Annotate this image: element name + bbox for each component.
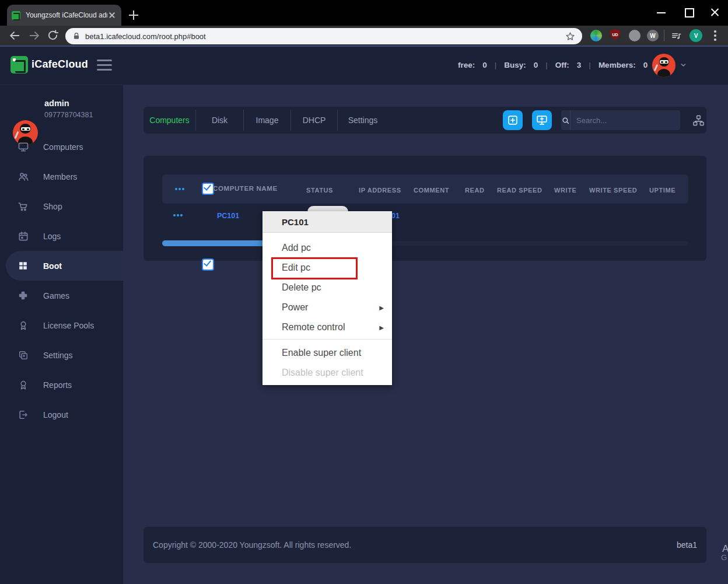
report-badge-icon bbox=[18, 379, 29, 391]
col-comment[interactable]: COMMENT bbox=[414, 187, 449, 194]
col-computer-name[interactable]: COMPUTER NAME bbox=[213, 185, 278, 192]
stat-free-label: free: bbox=[458, 61, 475, 69]
browser-profile-avatar[interactable]: V bbox=[690, 29, 702, 42]
col-read[interactable]: READ bbox=[465, 187, 485, 194]
back-button[interactable] bbox=[8, 29, 21, 42]
col-ip-address[interactable]: IP ADDRESS bbox=[359, 187, 401, 194]
media-playlist-icon[interactable] bbox=[671, 31, 682, 42]
copyright-text: Copyright © 2000-2020 Youngzsoft. All ri… bbox=[153, 540, 351, 550]
sidebar-item-reports[interactable]: Reports bbox=[0, 370, 123, 400]
brand-name: iCafeCloud bbox=[32, 58, 88, 71]
forward-button[interactable] bbox=[28, 29, 41, 42]
window-maximize-button[interactable] bbox=[683, 7, 695, 18]
bookmark-star-icon[interactable] bbox=[565, 32, 575, 41]
logout-icon bbox=[18, 409, 29, 421]
extension-wikipedia-icon[interactable]: W bbox=[647, 30, 659, 41]
url-text: beta1.icafecloud.com/root.php#boot bbox=[85, 32, 565, 41]
badge-icon bbox=[18, 320, 29, 331]
menu-separator bbox=[262, 339, 392, 340]
search-box bbox=[561, 110, 680, 130]
browser-menu-icon[interactable] bbox=[714, 30, 716, 41]
menu-item-disable-super-client: Disable super client bbox=[262, 363, 392, 383]
members-icon bbox=[18, 171, 29, 183]
sidebar-item-boot[interactable]: Boot bbox=[6, 251, 123, 281]
menu-item-remote-control[interactable]: Remote control▶ bbox=[262, 317, 392, 337]
col-write-speed[interactable]: WRITE SPEED bbox=[589, 187, 637, 194]
browser-titlebar: Youngzsoft iCafeCloud admin bbox=[0, 0, 728, 26]
sidebar-item-members[interactable]: Members bbox=[0, 162, 123, 191]
search-icon[interactable] bbox=[561, 110, 570, 130]
tab-computers[interactable]: Computers bbox=[144, 110, 196, 131]
tab-title: Youngzsoft iCafeCloud admin bbox=[26, 11, 107, 19]
browser-tab[interactable]: Youngzsoft iCafeCloud admin bbox=[7, 5, 121, 26]
admin-name: admin bbox=[44, 99, 69, 108]
plus-square-icon bbox=[506, 114, 519, 127]
computer-name-cell[interactable]: PC101 bbox=[217, 212, 239, 220]
col-read-speed[interactable]: READ SPEED bbox=[497, 187, 542, 194]
stat-busy-value: 0 bbox=[534, 61, 538, 69]
sidebar-item-logout[interactable]: Logout bbox=[0, 400, 123, 429]
context-menu-title: PC101 bbox=[262, 211, 392, 233]
stat-members-value: 0 bbox=[643, 61, 648, 69]
stat-busy-label: Busy: bbox=[504, 61, 526, 69]
stat-off-label: Off: bbox=[555, 61, 569, 69]
page-footer: Copyright © 2000-2020 Youngzsoft. All ri… bbox=[144, 527, 706, 563]
url-bar[interactable]: beta1.icafecloud.com/root.php#boot bbox=[65, 28, 582, 44]
search-input[interactable] bbox=[570, 116, 685, 125]
add-button[interactable] bbox=[503, 110, 523, 130]
beta-badge: beta1 bbox=[677, 540, 697, 550]
tab-settings[interactable]: Settings bbox=[338, 110, 388, 131]
sidebar-item-license-pools[interactable]: License Pools bbox=[0, 310, 123, 340]
sidebar-item-games[interactable]: Games bbox=[0, 281, 123, 310]
sidebar-item-settings[interactable]: Settings bbox=[0, 340, 123, 370]
user-avatar[interactable] bbox=[652, 54, 676, 77]
tab-close-icon[interactable] bbox=[107, 11, 117, 20]
monitor-icon bbox=[18, 141, 29, 153]
row-actions-icon[interactable] bbox=[173, 214, 183, 216]
hamburger-menu-icon[interactable] bbox=[97, 60, 112, 71]
col-status[interactable]: STATUS bbox=[306, 187, 333, 194]
menu-item-enable-super-client[interactable]: Enable super client bbox=[262, 343, 392, 363]
tab-disk[interactable]: Disk bbox=[196, 110, 244, 131]
sidebar-item-logs[interactable]: Logs bbox=[0, 221, 123, 251]
reload-button[interactable] bbox=[47, 29, 59, 41]
table-header-row: COMPUTER NAME STATUS IP ADDRESS COMMENT … bbox=[162, 174, 688, 204]
admin-id: 097778704381 bbox=[44, 111, 93, 119]
submenu-arrow-icon: ▶ bbox=[379, 305, 384, 311]
network-map-icon[interactable] bbox=[692, 114, 705, 127]
row-actions-icon[interactable] bbox=[175, 188, 184, 190]
window-minimize-button[interactable] bbox=[656, 7, 667, 18]
menu-item-power[interactable]: Power▶ bbox=[262, 298, 392, 317]
sidebar-item-shop[interactable]: Shop bbox=[0, 191, 123, 221]
extension-shield-icon[interactable]: UD bbox=[610, 29, 620, 40]
menu-item-delete-pc[interactable]: Delete pc bbox=[262, 278, 392, 298]
cart-icon bbox=[18, 201, 29, 212]
tab-dhcp[interactable]: DHCP bbox=[291, 110, 338, 131]
col-uptime[interactable]: UPTIME bbox=[649, 187, 676, 194]
chevron-down-icon[interactable] bbox=[679, 61, 688, 69]
sidebar-menu: Computers Members Shop Logs Boot Games L… bbox=[0, 132, 123, 429]
stat-off-value: 3 bbox=[577, 61, 582, 69]
stat-free-value: 0 bbox=[482, 61, 487, 69]
toolbar-separator bbox=[664, 30, 664, 41]
calendar-icon bbox=[18, 230, 29, 242]
monitor-plus-icon bbox=[536, 114, 548, 127]
col-write[interactable]: WRITE bbox=[554, 187, 576, 194]
edge-clipped-text: G bbox=[721, 553, 727, 562]
windows-icon bbox=[18, 260, 29, 272]
add-computer-button[interactable] bbox=[532, 110, 552, 130]
window-close-button[interactable] bbox=[709, 7, 721, 18]
row-checkbox[interactable] bbox=[202, 258, 214, 271]
submenu-arrow-icon: ▶ bbox=[379, 324, 384, 331]
select-all-checkbox[interactable] bbox=[202, 183, 214, 195]
tab-image[interactable]: Image bbox=[244, 110, 291, 131]
new-tab-button[interactable] bbox=[128, 10, 139, 20]
sidebar-item-computers[interactable]: Computers bbox=[0, 132, 123, 162]
extension-octopus-icon[interactable] bbox=[629, 30, 640, 41]
menu-item-add-pc[interactable]: Add pc bbox=[262, 238, 392, 258]
status-counters: free:0 | Busy:0 | Off:3 | Members:0 bbox=[458, 57, 648, 72]
gamepad-icon bbox=[18, 290, 29, 302]
menu-item-edit-pc[interactable]: Edit pc bbox=[262, 258, 392, 278]
extension-idm-icon[interactable] bbox=[590, 30, 602, 41]
site-favicon-icon bbox=[12, 11, 20, 20]
